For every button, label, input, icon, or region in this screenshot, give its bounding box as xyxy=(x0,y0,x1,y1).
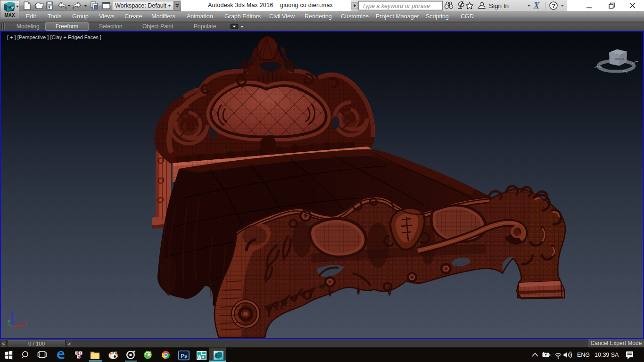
svg-text:?: ? xyxy=(552,3,556,9)
svg-text:X: X xyxy=(533,1,540,10)
svg-text:Type a keyword or phrase: Type a keyword or phrase xyxy=(362,3,430,9)
svg-text:A: A xyxy=(198,354,201,360)
svg-text:X: X xyxy=(24,321,27,326)
svg-text:S: S xyxy=(623,69,625,72)
svg-text:Y: Y xyxy=(8,319,10,324)
svg-text:U: U xyxy=(76,352,78,354)
svg-text:Z: Z xyxy=(10,311,13,316)
svg-text:Sign In: Sign In xyxy=(489,2,509,9)
svg-text:E: E xyxy=(632,61,634,64)
svg-text:N: N xyxy=(78,355,80,358)
svg-text:Ps: Ps xyxy=(181,353,187,359)
svg-text:FRONT: FRONT xyxy=(615,58,625,61)
svg-text:W: W xyxy=(599,66,602,68)
svg-text:Workspace: Default: Workspace: Default xyxy=(115,2,166,9)
